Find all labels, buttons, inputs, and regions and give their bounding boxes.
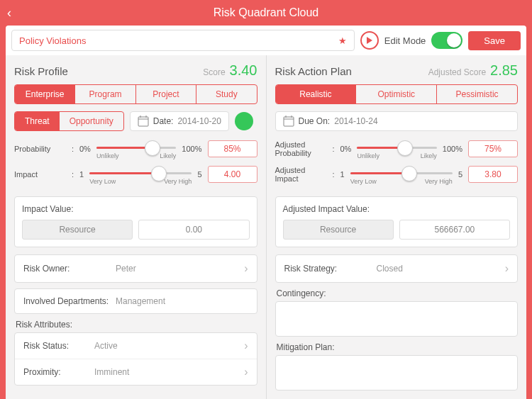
impact-value-card: Impact Value:	[14, 196, 257, 247]
edit-mode-label: Edit Mode	[384, 35, 426, 46]
impact-value[interactable]: 4.00	[208, 166, 257, 183]
risk-status-row[interactable]: Risk Status: Active ›	[15, 333, 257, 359]
probability-max: 100%	[182, 145, 201, 153]
risk-strategy-row[interactable]: Risk Strategy: Closed ›	[275, 254, 519, 283]
adjusted-probability-label: Adjusted Probability	[275, 140, 319, 157]
impact-slider[interactable]: Very LowVery High	[89, 164, 192, 185]
scenario-tabs: Realistic Optimistic Pessimistic	[275, 84, 519, 104]
risk-strategy-label: Risk Strategy:	[284, 264, 377, 274]
impact-min: 1	[79, 170, 84, 179]
impact-low-tick: Very Low	[89, 178, 116, 185]
adjusted-impact-value-card: Adjusted Impact Value:	[275, 196, 519, 247]
adjusted-impact-low-tick: Very Low	[350, 178, 377, 185]
score-label: Score	[203, 67, 225, 77]
adjusted-probability-low-tick: Unlikely	[357, 152, 379, 159]
adjusted-impact-value-title: Adjusted Impact Value:	[283, 204, 511, 214]
tab-optimistic[interactable]: Optimistic	[356, 85, 437, 103]
probability-colon: :	[64, 145, 74, 153]
probability-slider[interactable]: UnlikelyLikely	[96, 138, 176, 159]
date-label: Date:	[153, 116, 174, 126]
edit-mode-toggle[interactable]	[431, 32, 462, 49]
tab-study[interactable]: Study	[196, 85, 256, 103]
mitigation-label: Mitigation Plan:	[277, 342, 519, 352]
app-title: Risk Quadrant Cloud	[214, 6, 319, 19]
tab-threat[interactable]: Threat	[15, 112, 60, 130]
impact-amount-input[interactable]	[138, 220, 249, 240]
proximity-label: Proximity:	[23, 367, 94, 377]
date-field[interactable]: Date: 2014-10-20	[130, 111, 229, 131]
tab-pessimistic[interactable]: Pessimistic	[437, 85, 517, 103]
chevron-right-icon: ›	[244, 366, 248, 378]
adjusted-impact-max: 5	[458, 170, 462, 179]
impact-max: 5	[197, 170, 201, 179]
risk-status-value: Active	[94, 341, 244, 351]
play-button[interactable]	[360, 31, 379, 50]
scope-tabs: Enterprise Program Project Study	[14, 84, 257, 104]
tab-enterprise[interactable]: Enterprise	[15, 85, 75, 103]
due-date-field[interactable]: Due On: 2014-10-24	[275, 111, 519, 131]
tab-program[interactable]: Program	[75, 85, 135, 103]
save-button[interactable]: Save	[468, 31, 521, 50]
risk-status-label: Risk Status:	[23, 341, 94, 351]
adjusted-score-label: Adjusted Score	[428, 67, 486, 77]
adjusted-impact-min: 1	[340, 170, 345, 179]
adjusted-impact-colon: :	[325, 170, 335, 179]
probability-value[interactable]: 85%	[208, 140, 257, 157]
adjusted-impact-high-tick: Very High	[425, 178, 453, 185]
impact-value-title: Impact Value:	[22, 204, 250, 214]
mitigation-textarea[interactable]	[275, 355, 519, 390]
impact-high-tick: Very High	[164, 178, 192, 185]
risk-strategy-value: Closed	[377, 264, 505, 274]
impact-label: Impact	[14, 170, 58, 179]
risk-attributes-box: Risk Status: Active › Proximity: Imminen…	[14, 332, 257, 386]
adjusted-probability-min: 0%	[340, 145, 352, 153]
threat-opportunity-tabs: Threat Opportunity	[14, 111, 124, 131]
adjusted-impact-resource-input[interactable]	[283, 220, 394, 240]
date-value: 2014-10-20	[177, 116, 221, 126]
adjusted-probability-colon: :	[325, 145, 335, 153]
probability-low-tick: Unlikely	[96, 152, 119, 159]
adjusted-probability-slider[interactable]: UnlikelyLikely	[357, 138, 436, 159]
risk-owner-label: Risk Owner:	[23, 264, 116, 274]
adjusted-probability-max: 100%	[443, 145, 462, 153]
due-date-value: 2014-10-24	[334, 116, 377, 126]
adjusted-probability-value[interactable]: 75%	[468, 140, 518, 157]
calendar-icon	[283, 116, 294, 127]
probability-min: 0%	[79, 145, 91, 153]
probability-high-tick: Likely	[160, 152, 176, 159]
status-indicator[interactable]	[235, 112, 253, 130]
svg-rect-5	[284, 117, 294, 126]
adjusted-impact-slider[interactable]: Very LowVery High	[350, 164, 453, 185]
probability-label: Probability	[14, 145, 58, 153]
involved-departments-value: Management	[116, 296, 248, 306]
risk-owner-row[interactable]: Risk Owner: Peter ›	[14, 254, 257, 283]
tab-project[interactable]: Project	[136, 85, 196, 103]
tab-opportunity[interactable]: Opportunity	[60, 112, 123, 130]
risk-action-plan-title: Risk Action Plan	[275, 65, 352, 77]
adjusted-impact-value[interactable]: 3.80	[468, 166, 518, 183]
contingency-label: Contingency:	[277, 288, 519, 298]
risk-profile-title: Risk Profile	[14, 65, 68, 77]
risk-attributes-title: Risk Attributes:	[16, 320, 257, 330]
adjusted-probability-high-tick: Likely	[421, 152, 437, 159]
star-icon[interactable]: ★	[338, 35, 347, 46]
due-date-label: Due On:	[299, 116, 331, 126]
chevron-right-icon: ›	[244, 262, 248, 275]
calendar-icon	[138, 116, 149, 127]
involved-departments-row[interactable]: Involved Departments: Management	[14, 288, 257, 314]
impact-resource-input[interactable]	[22, 220, 133, 240]
adjusted-impact-amount-input[interactable]	[399, 220, 510, 240]
risk-title-field[interactable]: Policy Violations ★	[11, 30, 355, 51]
back-button[interactable]: ‹	[7, 6, 11, 21]
tab-realistic[interactable]: Realistic	[276, 85, 357, 103]
score-value: 3.40	[230, 62, 257, 78]
risk-title-text: Policy Violations	[19, 35, 86, 46]
contingency-textarea[interactable]	[275, 301, 519, 337]
adjusted-score-value: 2.85	[490, 62, 518, 78]
involved-departments-label: Involved Departments:	[23, 296, 116, 306]
proximity-row[interactable]: Proximity: Imminent ›	[15, 359, 257, 385]
chevron-right-icon: ›	[505, 262, 509, 275]
svg-marker-0	[367, 37, 372, 44]
proximity-value: Imminent	[94, 367, 244, 377]
svg-rect-1	[138, 117, 148, 126]
